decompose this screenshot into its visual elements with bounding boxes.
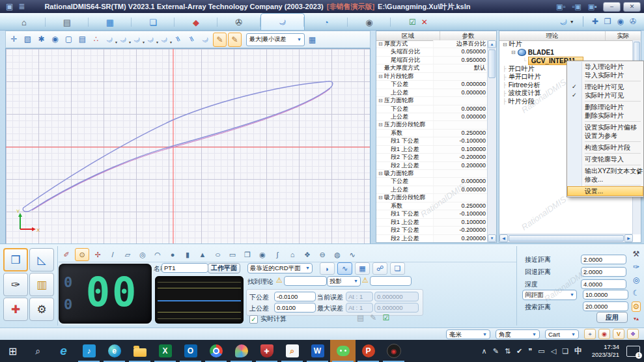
table-row[interactable]: 吸力面轮廓 [376,170,488,178]
context-menu-item[interactable] [585,121,641,122]
tab-machine[interactable]: ⌂ [3,14,46,30]
table-row[interactable]: 段2 下公差-0.200000 [376,227,488,234]
plane-type-dropdown[interactable]: 间距面 [522,290,577,300]
context-menu-item[interactable]: 可变轮廓导入 [568,155,643,163]
edge-icon[interactable]: e [102,340,127,362]
machine-link-icon[interactable]: ▣▫ [556,3,565,11]
stamp-icon[interactable]: ▤ [357,313,364,322]
inspect-icon[interactable]: ◎ [633,275,639,285]
axes-button[interactable]: ✚ [3,298,28,321]
mesh-sphere-icon[interactable]: ◍ [331,249,344,260]
outlook-icon[interactable]: O [178,340,203,362]
report-toggle[interactable]: ❏ [390,262,405,275]
workplane-button[interactable]: 工作平面 [208,263,240,273]
context-menu-item[interactable]: 设置... [568,187,643,195]
table-row[interactable]: 叶片段轮廓 [376,73,488,81]
probe-view-icon[interactable]: ✑ [633,262,639,272]
table-row[interactable]: 段2 下公差-0.200000 [376,154,488,161]
s-curve-icon[interactable]: ∫ [271,249,284,260]
palette-icon[interactable]: ❖ [627,329,639,339]
context-menu-item[interactable] [585,101,641,102]
scroll-thumb[interactable] [509,235,624,242]
apply-button[interactable]: 应用 [596,312,628,323]
context-menu-item[interactable]: ✓理论叶片可见 [568,83,643,91]
close-button[interactable]: ✕ [623,2,641,12]
machine-tools-button[interactable]: ⚙ [29,298,54,321]
scroll-thumb[interactable] [488,49,496,78]
explorer-icon[interactable] [127,340,152,362]
ime-indicator[interactable]: 中 [574,346,582,357]
axes-icon[interactable]: ✚ [592,17,598,26]
table-row[interactable]: 压力面轮廓 [376,97,488,105]
tray-pen-icon[interactable]: ✎ [493,347,499,355]
blade-annotate-icon[interactable]: ✎ [228,33,242,47]
app-window-icon[interactable]: ▣ [6,2,13,11]
context-menu-item[interactable] [585,185,641,186]
dmis-taskbar-icon[interactable]: ◉ [381,340,406,362]
probe-data-toggle[interactable]: ◗ [320,262,335,275]
lcs-box-button[interactable]: ▥ [29,273,54,296]
realtime-calc-checkbox[interactable]: ✓ 实时计算 [249,314,287,324]
context-menu-item[interactable] [585,153,641,154]
curve-icon[interactable]: ∿ [346,249,359,260]
projection-dropdown[interactable]: 投影 [327,276,361,286]
probe-ball-icon[interactable]: ◉ [598,329,610,339]
music-app-icon[interactable]: ♪ [76,340,102,362]
circle-icon[interactable]: ◎ [136,249,149,260]
report-grid-icon[interactable]: ▦ [306,33,318,46]
table-scrollbar[interactable]: ▲ ▼ [487,40,496,242]
blade-section-icon[interactable]: ☾ [104,33,116,46]
tray-usb-icon[interactable]: ⇅ [505,347,511,355]
context-menu-item[interactable]: 构造实际叶片段 [568,143,643,152]
blade-points-icon[interactable]: ☾ [158,33,171,46]
zoom-window-icon[interactable]: ▧ [21,33,34,46]
table-row[interactable]: 段1 下公差-0.100000 [376,210,488,218]
sphere-icon[interactable]: ● [166,249,179,260]
context-menu-item[interactable]: 修改... [568,175,643,184]
dimension-icon[interactable]: ⌖ [584,329,596,339]
context-menu-item[interactable] [585,81,641,81]
excel-icon[interactable]: X [152,340,178,362]
measure-mode-icon[interactable]: ✇ [630,17,636,26]
table-row[interactable]: 下公差0.000000 [376,81,488,89]
feature-name-input[interactable]: PT1 [161,263,208,273]
point-axes-icon[interactable]: ✢ [91,249,104,260]
search-button[interactable]: ⌕ [25,340,51,362]
display-options-icon[interactable]: ▤ [76,33,89,46]
table-row[interactable]: 头端百分比0.050000 [376,48,488,56]
blade-edit-icon[interactable]: ✎ [213,33,227,47]
table-row[interactable]: 尾端百分比0.950000 [376,57,488,64]
cancel-x-button[interactable]: ✕ [421,18,428,27]
tray-display-icon[interactable]: ❏ [562,347,568,355]
projection-input[interactable] [370,276,412,286]
tray-headset-icon[interactable]: ▭ [538,347,544,355]
tray-check-icon[interactable]: ✔ [516,347,522,355]
table-row[interactable]: 系数0.250000 [376,130,488,137]
app-list-icon[interactable]: ≣ [18,2,25,11]
error-mode-dropdown[interactable]: 最大|最小误差 [246,33,305,46]
context-menu-item[interactable]: 设置为参考 [568,132,643,140]
context-menu-item[interactable] [585,141,641,142]
arc-icon[interactable]: ◠ [151,249,164,260]
tray-expand-icon[interactable]: ∧ [482,347,487,355]
blade-align-icon[interactable]: ≃ [186,33,198,46]
ref-circle-icon[interactable]: ◉ [256,249,269,260]
context-menu-item[interactable]: 删除实际叶片 [568,111,643,120]
search-app-icon[interactable]: ⌕ [279,340,305,362]
table-row[interactable]: 段2 上公差0.200000 [376,162,488,170]
tool-icon[interactable]: ⚒ [633,249,640,258]
error-graph-toggle[interactable]: ∿ [337,262,352,275]
blade-measure-icon[interactable]: ☾ [131,33,143,46]
tray-volume-icon[interactable]: ◁ [551,347,556,355]
keyway-icon[interactable]: ⌂ [286,249,299,260]
coord-system-dropdown[interactable]: Cart [545,329,579,339]
tab-blade[interactable]: ☾ [260,13,305,30]
lower-tol-input[interactable]: -0.0100 [274,292,316,301]
tray-wechat-icon[interactable]: ❞ [528,347,532,355]
tree-hscrollbar[interactable]: ◀ ▶ [499,234,633,242]
param-input[interactable]: 4.0000 [581,279,626,289]
upper-tol-input[interactable]: 0.0100 [274,303,316,313]
blade-compare-icon[interactable]: ≃ [172,33,184,46]
security-icon[interactable]: ✚ [254,340,279,362]
round-slot-icon[interactable]: ⊖ [316,249,329,260]
